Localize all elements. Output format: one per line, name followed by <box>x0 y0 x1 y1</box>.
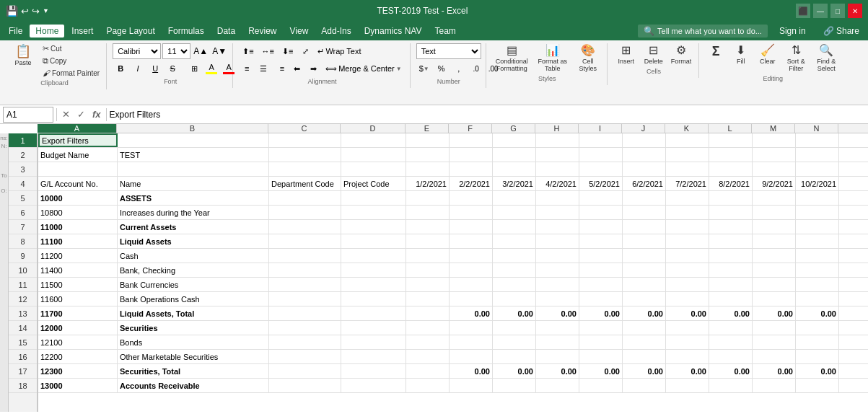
cell-r3-c14[interactable] <box>796 162 839 176</box>
cell-r18-c13[interactable] <box>753 379 796 392</box>
cell-r10-c5[interactable] <box>406 263 450 277</box>
cell-r12-c3[interactable] <box>269 292 341 306</box>
row-num-2[interactable]: 2 <box>9 148 37 162</box>
cell-r15-c10[interactable] <box>623 335 666 349</box>
cell-r7-c1[interactable]: 11000 <box>38 220 118 234</box>
cell-r10-c6[interactable] <box>450 263 493 277</box>
cell-r4-c5[interactable]: 1/2/2021 <box>406 177 450 190</box>
cell-r15-c11[interactable] <box>666 335 709 349</box>
minimize-button[interactable]: — <box>813 4 828 18</box>
col-header-d[interactable]: D <box>341 124 405 133</box>
cell-r15-c2[interactable]: Bonds <box>118 335 269 349</box>
col-header-i[interactable]: I <box>579 124 622 133</box>
cell-r12-c9[interactable] <box>579 292 623 306</box>
cell-r10-c9[interactable] <box>579 263 623 277</box>
tell-me-input[interactable]: 🔍 Tell me what you want to do... <box>638 25 768 38</box>
cell-r12-c12[interactable] <box>709 292 753 306</box>
maximize-button[interactable]: □ <box>830 4 845 18</box>
cell-r1-c3[interactable] <box>269 133 341 147</box>
cell-r12-c13[interactable] <box>753 292 796 306</box>
cell-r4-c14[interactable]: 10/2/2021 <box>796 177 839 190</box>
cell-r9-c9[interactable] <box>579 249 623 263</box>
col-header-g[interactable]: G <box>492 124 535 133</box>
col-header-b[interactable]: B <box>117 124 268 133</box>
font-grow-button[interactable]: A▲ <box>192 45 209 58</box>
cell-r15-c8[interactable] <box>536 335 579 349</box>
cell-r11-c8[interactable] <box>536 278 579 291</box>
row-num-6[interactable]: 6 <box>9 206 37 220</box>
cut-button[interactable]: ✂ Cut <box>40 43 102 54</box>
cell-r7-c13[interactable] <box>753 220 796 234</box>
cell-r14-c14[interactable] <box>796 321 839 335</box>
menu-review[interactable]: Review <box>242 25 282 38</box>
cell-r14-c2[interactable]: Securities <box>118 321 269 335</box>
save-icon[interactable]: 💾 <box>6 5 18 17</box>
cell-r9-c2[interactable]: Cash <box>118 249 269 263</box>
cell-r8-c6[interactable] <box>450 234 493 248</box>
cell-r7-c4[interactable] <box>341 220 406 234</box>
cell-r5-c14[interactable] <box>796 191 839 205</box>
cell-r13-c2[interactable]: Liquid Assets, Total <box>118 306 269 320</box>
cell-r18-c12[interactable] <box>709 379 753 392</box>
cell-r7-c2[interactable]: Current Assets <box>118 220 269 234</box>
cell-r17-c12[interactable]: 0.00 <box>709 364 753 378</box>
cell-r10-c3[interactable] <box>269 263 341 277</box>
cell-r4-c13[interactable]: 9/2/2021 <box>753 177 796 190</box>
cell-r4-c3[interactable]: Department Code <box>269 177 341 190</box>
cell-r4-c7[interactable]: 3/2/2021 <box>493 177 536 190</box>
cell-r5-c10[interactable] <box>623 191 666 205</box>
cell-r11-c5[interactable] <box>406 278 450 291</box>
cell-r6-c5[interactable] <box>406 206 450 219</box>
cell-r3-c11[interactable] <box>666 162 709 176</box>
formula-function-button[interactable]: fx <box>90 109 103 120</box>
cell-r5-c7[interactable] <box>493 191 536 205</box>
cell-r6-c6[interactable] <box>450 206 493 219</box>
cell-r2-c6[interactable] <box>450 148 493 162</box>
cell-r11-c6[interactable] <box>450 278 493 291</box>
cell-r1-c12[interactable] <box>709 133 753 147</box>
align-middle-button[interactable]: ↔≡ <box>258 43 278 59</box>
cell-r7-c12[interactable] <box>709 220 753 234</box>
cell-r17-c7[interactable]: 0.00 <box>493 364 536 378</box>
cell-r6-c10[interactable] <box>623 206 666 219</box>
cell-r13-c11[interactable]: 0.00 <box>666 306 709 320</box>
cell-r11-c1[interactable]: 11500 <box>38 278 118 291</box>
cell-r12-c11[interactable] <box>666 292 709 306</box>
cell-r5-c5[interactable] <box>406 191 450 205</box>
cell-r15-c1[interactable]: 12100 <box>38 335 118 349</box>
cell-r14-c12[interactable] <box>709 321 753 335</box>
cell-r1-c4[interactable] <box>341 133 406 147</box>
cell-r8-c3[interactable] <box>269 234 341 248</box>
cell-r15-c3[interactable] <box>269 335 341 349</box>
col-header-l[interactable]: L <box>709 124 752 133</box>
cell-r2-c14[interactable] <box>796 148 839 162</box>
row-num-5[interactable]: 5 <box>9 191 37 206</box>
align-bottom-button[interactable]: ⬇≡ <box>279 43 297 59</box>
fill-color-button[interactable]: A <box>203 61 219 76</box>
cell-r8-c5[interactable] <box>406 234 450 248</box>
cell-r13-c14[interactable]: 0.00 <box>796 306 839 320</box>
align-center-button[interactable]: ☰ <box>255 61 271 76</box>
cell-r1-c14[interactable] <box>796 133 839 147</box>
cell-r9-c1[interactable]: 11200 <box>38 249 118 263</box>
cell-r5-c8[interactable] <box>536 191 579 205</box>
cell-r6-c12[interactable] <box>709 206 753 219</box>
cell-r9-c13[interactable] <box>753 249 796 263</box>
cell-r5-c12[interactable] <box>709 191 753 205</box>
cell-r2-c11[interactable] <box>666 148 709 162</box>
indent-decrease-button[interactable]: ⬅ <box>289 61 304 76</box>
cell-r2-c13[interactable] <box>753 148 796 162</box>
cell-r4-c6[interactable]: 2/2/2021 <box>450 177 493 190</box>
cell-r14-c3[interactable] <box>269 321 341 335</box>
cell-r3-c10[interactable] <box>623 162 666 176</box>
cell-r17-c4[interactable] <box>341 364 406 378</box>
cell-r16-c14[interactable] <box>796 350 839 363</box>
row-num-12[interactable]: 12 <box>9 292 37 306</box>
cell-r16-c1[interactable]: 12200 <box>38 350 118 363</box>
cell-r13-c3[interactable] <box>269 306 341 320</box>
cell-r6-c11[interactable] <box>666 206 709 219</box>
cell-r14-c4[interactable] <box>341 321 406 335</box>
delete-button[interactable]: ⊟ Delete <box>641 43 667 66</box>
cell-r11-c14[interactable] <box>796 278 839 291</box>
cell-r15-c14[interactable] <box>796 335 839 349</box>
